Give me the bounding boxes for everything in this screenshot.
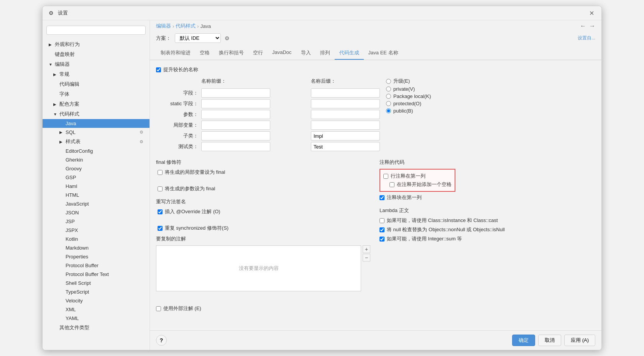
test-prefix-input[interactable] bbox=[201, 142, 270, 151]
override-checkbox[interactable] bbox=[158, 209, 163, 214]
visibility-upgrade-radio[interactable] bbox=[386, 79, 391, 84]
sidebar-item-general[interactable]: ▶ 常规 bbox=[43, 69, 150, 79]
sidebar-item-other-file-types[interactable]: 其他文件类型 bbox=[43, 323, 150, 333]
annotations-remove-button[interactable]: − bbox=[363, 254, 370, 261]
subclass-suffix-input[interactable] bbox=[311, 131, 380, 140]
sidebar-item-jspx[interactable]: JSPX bbox=[43, 226, 150, 235]
back-button[interactable]: ← bbox=[580, 23, 586, 29]
sidebar-item-markdown[interactable]: Markdown bbox=[43, 243, 150, 252]
param-suffix-input[interactable] bbox=[311, 110, 380, 119]
lambda-item1[interactable]: 如果可能，请使用 Class::isInstance 和 Class::cast bbox=[380, 217, 595, 224]
use-external-label[interactable]: 使用外部注解 (E) bbox=[156, 305, 595, 312]
visibility-private[interactable]: private(V) bbox=[386, 86, 595, 92]
param-prefix-input[interactable] bbox=[201, 110, 270, 119]
forward-button[interactable]: → bbox=[589, 23, 595, 29]
final-local-var-checkbox[interactable] bbox=[158, 170, 163, 175]
lambda-item3-checkbox[interactable] bbox=[380, 237, 384, 242]
visibility-public[interactable]: public(B) bbox=[386, 108, 595, 114]
sidebar-item-code-editing[interactable]: 代码编辑 bbox=[43, 79, 150, 89]
test-suffix-input[interactable] bbox=[311, 142, 380, 151]
sidebar-item-color-scheme[interactable]: ▶ 配色方案 bbox=[43, 99, 150, 109]
block-comment-first-col-label[interactable]: 注释块在第一列 bbox=[380, 194, 595, 201]
breadcrumb-code-style[interactable]: 代码样式 bbox=[176, 23, 196, 29]
sidebar-item-json[interactable]: JSON bbox=[43, 208, 150, 217]
tab-indent[interactable]: 制表符和缩进 bbox=[156, 47, 195, 60]
close-button[interactable]: ✕ bbox=[588, 9, 595, 17]
breadcrumb-editor[interactable]: 编辑器 bbox=[156, 23, 171, 29]
add-space-label[interactable]: 在注释开始添加一个空格 bbox=[389, 181, 452, 188]
sidebar-item-style-table[interactable]: ▶ 样式表 ⚙ bbox=[43, 137, 150, 147]
search-input[interactable] bbox=[46, 26, 146, 35]
visibility-upgrade[interactable]: 升级(E) bbox=[386, 78, 595, 85]
lambda-item2-checkbox[interactable] bbox=[380, 227, 384, 232]
ok-button[interactable]: 确定 bbox=[512, 335, 535, 346]
sidebar-item-kotlin[interactable]: Kotlin bbox=[43, 235, 150, 243]
lambda-item3[interactable]: 如果可能，请使用 Integer::sum 等 bbox=[380, 235, 595, 242]
visibility-protected-radio[interactable] bbox=[386, 101, 391, 106]
local-var-suffix-input[interactable] bbox=[311, 121, 380, 130]
sidebar-item-protocol-buffer[interactable]: Protocol Buffer bbox=[43, 261, 150, 270]
synchronized-label[interactable]: 重复 synchronized 修饰符(S) bbox=[158, 225, 372, 232]
cancel-button[interactable]: 取消 bbox=[538, 335, 561, 346]
final-local-var-label[interactable]: 将生成的局部变量设为 final bbox=[158, 169, 372, 176]
sidebar-item-javascript[interactable]: JavaScript bbox=[43, 199, 150, 208]
visibility-protected[interactable]: protected(O) bbox=[386, 101, 595, 106]
sidebar-item-xml[interactable]: XML bbox=[43, 305, 150, 314]
sidebar-item-typescript[interactable]: TypeScript bbox=[43, 287, 150, 296]
tab-imports[interactable]: 导入 bbox=[296, 47, 315, 60]
sidebar-item-velocity[interactable]: Velocity bbox=[43, 296, 150, 305]
sidebar-item-code-style[interactable]: ▼ 代码样式 bbox=[43, 109, 150, 119]
sidebar-item-jsp[interactable]: JSP bbox=[43, 217, 150, 226]
sidebar-item-editor[interactable]: ▼ 编辑器 bbox=[43, 59, 150, 69]
scheme-select[interactable]: 默认 IDE bbox=[175, 33, 221, 43]
visibility-package-local[interactable]: Package local(K) bbox=[386, 93, 595, 99]
sidebar-item-haml[interactable]: Haml bbox=[43, 182, 150, 191]
tab-blank-lines[interactable]: 空行 bbox=[248, 47, 268, 60]
final-param-label[interactable]: 将生成的参数设为 final bbox=[158, 185, 372, 192]
sidebar-item-keymap[interactable]: 键盘映射 bbox=[43, 49, 150, 59]
final-param-checkbox[interactable] bbox=[158, 186, 163, 191]
gear-icon[interactable]: ⚙ bbox=[225, 35, 230, 41]
use-external-checkbox[interactable] bbox=[156, 306, 161, 311]
sidebar-item-appearance[interactable]: ▶ 外观和行为 bbox=[43, 39, 150, 49]
override-label[interactable]: 插入 @Override 注解 (O) bbox=[158, 208, 372, 215]
sidebar-item-gsp[interactable]: GSP bbox=[43, 173, 150, 182]
sidebar-item-gherkin[interactable]: Gherkin bbox=[43, 155, 150, 164]
visibility-package-local-radio[interactable] bbox=[386, 94, 391, 99]
synchronized-checkbox[interactable] bbox=[158, 226, 163, 231]
visibility-public-radio[interactable] bbox=[386, 108, 391, 113]
line-comment-first-col-checkbox[interactable] bbox=[383, 174, 388, 179]
sidebar-item-protocol-buffer-text[interactable]: Protocol Buffer Text bbox=[43, 270, 150, 279]
tab-java-ee[interactable]: Java EE 名称 bbox=[364, 47, 403, 60]
add-space-checkbox[interactable] bbox=[389, 182, 394, 187]
static-field-prefix-input[interactable] bbox=[201, 99, 270, 108]
tab-line-wrapping[interactable]: 换行和括号 bbox=[214, 47, 248, 60]
sidebar-item-font[interactable]: 字体 bbox=[43, 89, 150, 99]
sidebar-item-properties[interactable]: Properties bbox=[43, 252, 150, 261]
sidebar-item-yaml[interactable]: YAML bbox=[43, 314, 150, 323]
local-var-prefix-input[interactable] bbox=[201, 121, 270, 130]
tab-arrangement[interactable]: 排列 bbox=[315, 47, 335, 60]
sidebar-item-editorconfig[interactable]: EditorConfig bbox=[43, 147, 150, 155]
subclass-prefix-input[interactable] bbox=[201, 131, 270, 140]
sidebar-item-java[interactable]: Java bbox=[43, 119, 150, 128]
tab-spaces[interactable]: 空格 bbox=[195, 47, 214, 60]
lambda-item1-checkbox[interactable] bbox=[380, 218, 384, 223]
line-comment-first-col-label[interactable]: 行注释在第一列 bbox=[383, 173, 452, 180]
tab-javadoc[interactable]: JavaDoc bbox=[268, 47, 296, 60]
help-button[interactable]: ? bbox=[156, 335, 167, 346]
static-field-suffix-input[interactable] bbox=[311, 99, 380, 108]
naming-checkbox-label[interactable]: 提升较长的名称 bbox=[156, 66, 198, 73]
block-comment-first-col-checkbox[interactable] bbox=[380, 195, 384, 200]
naming-checkbox[interactable] bbox=[156, 67, 161, 72]
sidebar-item-sql[interactable]: ▶ SQL ⚙ bbox=[43, 128, 150, 137]
lambda-item2[interactable]: 将 null 检查替换为 Objects::nonNull 或 Objects:… bbox=[380, 226, 595, 233]
field-prefix-input[interactable] bbox=[201, 88, 270, 98]
visibility-private-radio[interactable] bbox=[386, 87, 391, 91]
apply-button[interactable]: 应用 (A) bbox=[564, 335, 595, 346]
annotations-add-button[interactable]: + bbox=[363, 245, 370, 253]
sidebar-item-shell-script[interactable]: Shell Script bbox=[43, 279, 150, 287]
sidebar-item-html[interactable]: HTML bbox=[43, 191, 150, 199]
field-suffix-input[interactable] bbox=[311, 88, 380, 98]
settings-link[interactable]: 设置自... bbox=[578, 35, 595, 41]
